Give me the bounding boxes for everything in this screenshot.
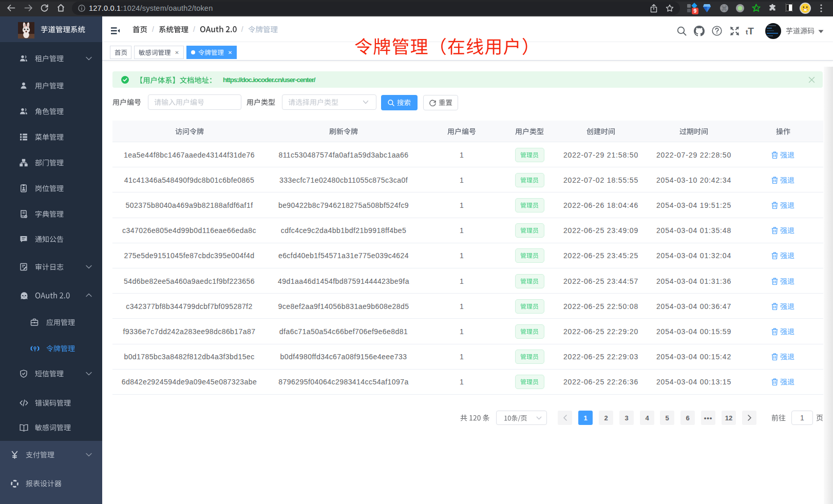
svg-text:⌘: ⌘ — [722, 6, 727, 11]
svg-text:9: 9 — [694, 8, 697, 14]
